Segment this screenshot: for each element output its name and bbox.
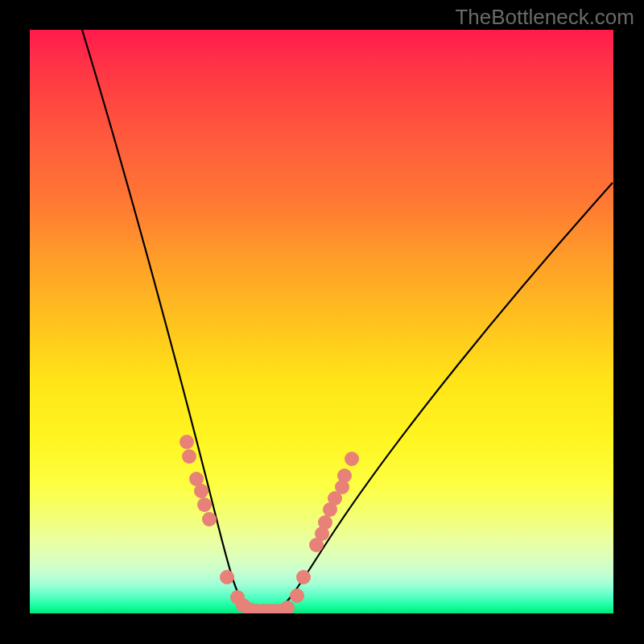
data-points-group bbox=[180, 435, 359, 613]
data-point bbox=[202, 512, 217, 526]
data-point bbox=[220, 570, 234, 584]
data-point bbox=[180, 435, 194, 449]
data-point bbox=[290, 588, 304, 603]
data-point bbox=[309, 538, 324, 552]
data-point bbox=[182, 449, 196, 464]
data-point bbox=[345, 452, 359, 466]
data-point bbox=[194, 484, 208, 498]
chart-svg bbox=[30, 30, 613, 613]
data-point bbox=[197, 497, 212, 512]
data-point bbox=[323, 502, 337, 517]
data-point bbox=[296, 570, 311, 584]
watermark-text: TheBottleneck.com bbox=[455, 5, 634, 30]
left-curve bbox=[82, 30, 255, 613]
chart-plot-area bbox=[30, 30, 613, 613]
